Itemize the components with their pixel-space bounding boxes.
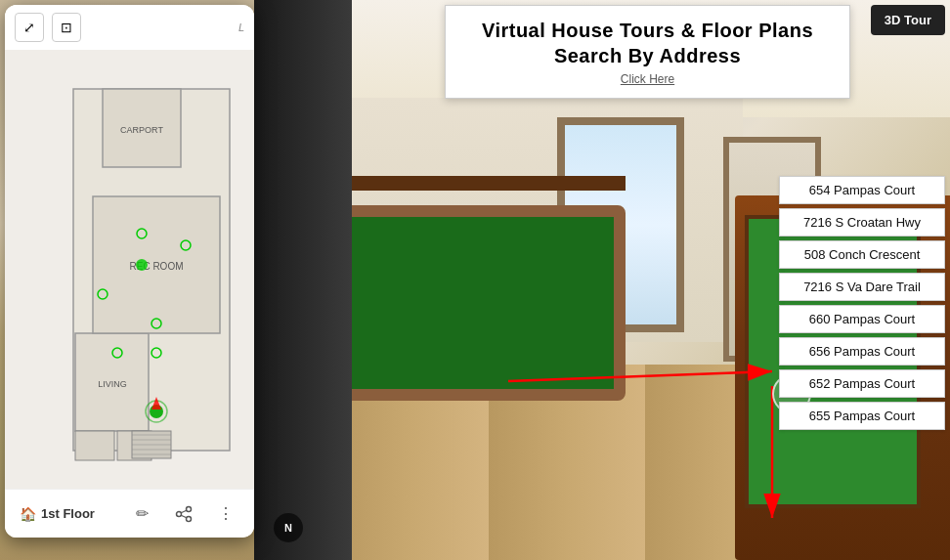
share-button[interactable] [170, 500, 197, 528]
floor-label: 🏠 1st Floor [20, 506, 95, 522]
svg-line-33 [181, 515, 187, 518]
pencil-button[interactable]: ✏ [128, 500, 155, 528]
floor-plan-footer: 🏠 1st Floor ✏ ⋮ [5, 489, 254, 538]
floor-plan-header: ⤢ ⊡ L [5, 5, 254, 50]
address-item-3[interactable]: 508 Conch Crescent [779, 240, 945, 269]
title-banner[interactable]: Virtual House Tours & Floor Plans Search… [445, 5, 850, 99]
svg-point-31 [187, 516, 192, 521]
svg-text:LIVING: LIVING [98, 379, 127, 389]
address-item-2[interactable]: 7216 S Croatan Hwy [779, 208, 945, 237]
floor-plan-label: L [238, 22, 244, 33]
compass[interactable]: N [274, 513, 303, 542]
more-button[interactable]: ⋮ [212, 500, 239, 528]
svg-point-29 [187, 506, 192, 511]
title-line2: Search By Address [465, 43, 830, 68]
svg-text:CARPORT: CARPORT [120, 125, 163, 135]
tour-3d-button[interactable]: 3D Tour [871, 5, 945, 35]
address-item-7[interactable]: 652 Pampas Court [779, 369, 945, 398]
address-item-6[interactable]: 656 Pampas Court [779, 337, 945, 366]
shrink-icon: ⊡ [61, 20, 72, 35]
floor-plan-svg: CARPORT LIVING REC ROOM [5, 50, 254, 490]
floor-plan-controls: ⤢ ⊡ [15, 13, 81, 42]
left-shadow [254, 0, 352, 560]
shrink-button[interactable]: ⊡ [52, 13, 81, 42]
expand-button[interactable]: ⤢ [15, 13, 44, 42]
address-item-8[interactable]: 655 Pampas Court [779, 402, 945, 430]
svg-line-32 [181, 510, 187, 513]
address-item-1[interactable]: 654 Pampas Court [779, 176, 945, 204]
floor-label-text: 1st Floor [41, 506, 95, 521]
address-item-5[interactable]: 660 Pampas Court [779, 305, 945, 333]
floor-icon: 🏠 [20, 506, 36, 522]
expand-icon: ⤢ [23, 20, 35, 35]
svg-point-30 [177, 511, 182, 516]
compass-label: N [284, 522, 292, 534]
title-line1: Virtual House Tours & Floor Plans [465, 18, 830, 43]
floor-plan-panel: ⤢ ⊡ L CARPORT LIVING REC ROOM [5, 5, 254, 538]
address-item-4[interactable]: 7216 S Va Dare Trail [779, 273, 945, 301]
svg-point-20 [136, 259, 148, 271]
footer-actions: ✏ ⋮ [128, 500, 239, 528]
svg-rect-11 [75, 431, 114, 460]
address-list: 654 Pampas Court7216 S Croatan Hwy508 Co… [779, 176, 945, 430]
floor-plan-image[interactable]: CARPORT LIVING REC ROOM [5, 50, 254, 490]
click-here-link[interactable]: Click Here [465, 72, 830, 86]
